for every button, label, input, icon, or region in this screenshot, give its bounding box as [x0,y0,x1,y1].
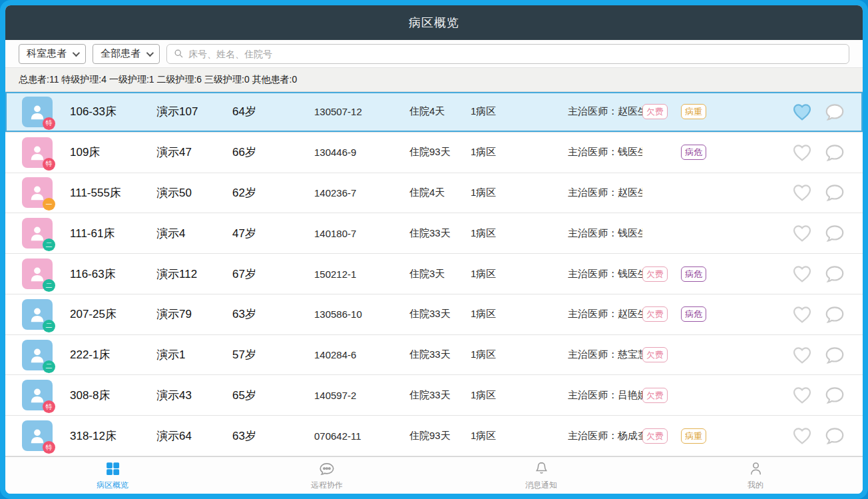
attending-doctor: 主治医师：钱医生 [568,227,642,240]
row-actions [790,262,863,286]
nav-item-profile[interactable]: 我的 [648,457,863,494]
avatar-cell: 二 [5,258,70,289]
message-button[interactable] [823,424,847,448]
chat-bubble-icon [824,304,845,325]
patient-age: 62岁 [232,185,314,201]
avatar-cell: 一 [5,177,70,208]
department-dropdown[interactable]: 科室患者 [19,44,86,64]
chevron-down-icon [146,49,154,56]
chat-bubble-icon [824,223,845,244]
chat-bubble-icon [824,101,845,123]
fee-badge: 欠费 [642,347,668,362]
search-input[interactable] [188,49,842,59]
status-badges: 病危 [642,145,721,160]
chat-dots-icon [318,460,335,478]
chat-bubble-icon [824,425,845,446]
bed-number: 111-555床 [70,185,156,201]
nav-label: 远程协作 [311,480,343,491]
chat-bubble-icon [824,344,845,366]
avatar: 一 [22,177,53,208]
row-actions [790,181,863,205]
nav-label: 我的 [748,480,763,491]
patient-name: 演示43 [156,388,232,403]
avatar: 二 [22,299,53,330]
favorite-button[interactable] [790,181,814,205]
patient-row[interactable]: 二 111-61床 演示4 47岁 140180-7 住院33天 1病区 主治医… [5,213,863,254]
department-dropdown-label: 科室患者 [27,47,67,60]
stats-summary: 总患者:11 特级护理:4 一级护理:1 二级护理:6 三级护理:0 其他患者:… [19,74,297,86]
message-button[interactable] [823,221,847,245]
nav-item-remote-collaboration[interactable]: 远程协作 [220,457,434,494]
admission-id: 140597-2 [314,390,409,401]
person-icon [748,460,764,478]
severity-badge: 病重 [681,104,706,119]
stay-duration: 住院4天 [409,187,471,199]
heart-icon [791,101,813,123]
favorite-button[interactable] [790,100,814,124]
patient-name: 演示112 [156,266,232,282]
patient-row[interactable]: 一 111-555床 演示50 62岁 140236-7 住院4天 1病区 主治… [5,173,863,214]
patient-age: 57岁 [232,347,314,362]
search-icon [174,49,184,59]
favorite-button[interactable] [790,221,814,245]
favorite-button[interactable] [790,424,814,448]
avatar-cell: 二 [5,340,70,370]
patient-type-dropdown[interactable]: 全部患者 [93,44,160,64]
favorite-button[interactable] [790,343,814,367]
message-button[interactable] [823,141,847,165]
patient-row[interactable]: 特 308-8床 演示43 65岁 140597-2 住院33天 1病区 主治医… [5,375,863,416]
app-frame: 病区概览 科室患者 全部患者 总患者:11 特级护理:4 一级护理:1 二级护理… [0,0,868,499]
avatar: 二 [22,258,53,289]
stay-duration: 住院93天 [409,146,471,159]
header: 病区概览 [5,5,863,40]
admission-id: 130446-9 [314,147,409,158]
stay-duration: 住院33天 [409,348,471,361]
attending-doctor: 主治医师：杨成奎 [568,430,642,442]
search-box[interactable] [166,44,849,64]
nav-item-ward-overview[interactable]: 病区概览 [5,457,220,494]
favorite-button[interactable] [790,302,814,326]
admission-id: 140180-7 [314,228,409,239]
heart-icon [791,384,813,406]
admission-id: 140284-6 [314,349,409,360]
avatar: 特 [22,380,53,410]
chevron-down-icon [73,49,80,56]
patient-name: 演示79 [156,306,232,322]
nav-label: 病区概览 [97,480,128,491]
admission-id: 140236-7 [314,187,409,199]
favorite-button[interactable] [790,262,814,286]
message-button[interactable] [823,383,847,407]
ward-name: 1病区 [471,268,568,280]
nav-item-notifications[interactable]: 消息通知 [434,457,648,494]
message-button[interactable] [823,181,847,205]
patient-row[interactable]: 二 207-25床 演示79 63岁 130586-10 住院33天 1病区 主… [5,294,863,335]
ward-name: 1病区 [471,308,568,320]
chat-bubble-icon [824,142,845,163]
message-button[interactable] [823,262,847,286]
favorite-button[interactable] [790,383,814,407]
message-button[interactable] [823,302,847,326]
patient-age: 64岁 [232,104,314,119]
stay-duration: 住院93天 [409,430,471,442]
patient-row[interactable]: 二 222-1床 演示1 57岁 140284-6 住院33天 1病区 主治医师… [5,335,863,376]
patient-row[interactable]: 特 106-33床 演示107 64岁 130507-12 住院4天 1病区 主… [5,92,863,133]
care-level-badge: 二 [43,239,55,251]
care-level-badge: 特 [43,117,55,130]
heart-icon [791,344,813,366]
ward-name: 1病区 [471,389,568,402]
admission-id: 130586-10 [314,308,409,320]
patient-row[interactable]: 特 109床 演示47 66岁 130446-9 住院93天 1病区 主治医师：… [5,133,863,173]
ward-name: 1病区 [471,146,568,159]
message-button[interactable] [823,343,847,367]
patient-name: 演示4 [156,226,232,241]
grid-icon [105,460,121,478]
chat-bubble-icon [824,182,845,203]
bed-number: 106-33床 [70,104,156,119]
message-button[interactable] [823,100,847,124]
heart-icon [791,223,813,244]
favorite-button[interactable] [790,141,814,165]
heart-icon [791,182,813,203]
care-level-badge: 特 [43,400,55,413]
patient-row[interactable]: 特 318-12床 演示64 63岁 070642-11 住院93天 1病区 主… [5,416,863,456]
patient-row[interactable]: 二 116-63床 演示112 67岁 150212-1 住院3天 1病区 主治… [5,254,863,294]
